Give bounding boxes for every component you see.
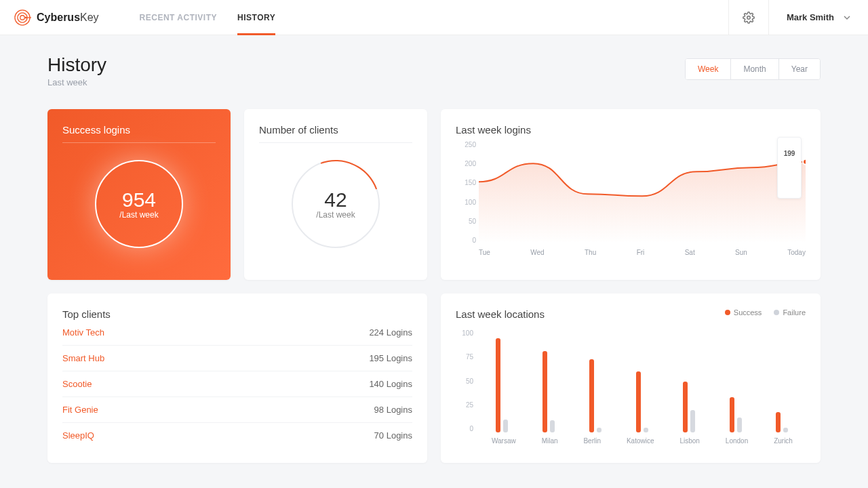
bar-group	[683, 382, 695, 432]
list-item[interactable]: Scootie140 Logins	[62, 371, 412, 397]
dot-icon	[774, 310, 779, 315]
bar-chart	[479, 329, 806, 432]
card-title: Success logins	[62, 124, 216, 143]
bar-failure	[597, 428, 601, 433]
chart-tooltip: 199	[777, 137, 802, 199]
top-clients-card: Top clients Motiv Tech224 LoginsSmart Hu…	[47, 293, 427, 463]
client-logins: 195 Logins	[369, 353, 412, 363]
range-month[interactable]: Month	[731, 59, 778, 79]
nav-history[interactable]: HISTORY	[237, 0, 275, 35]
chart-x-axis: TueWedThuFriSatSunToday	[479, 249, 806, 256]
chevron-down-icon	[844, 14, 850, 21]
page-title: History	[47, 54, 106, 76]
line-chart	[479, 141, 806, 243]
bar-success	[542, 351, 547, 432]
list-item[interactable]: Motiv Tech224 Logins	[62, 320, 412, 346]
bar-failure	[690, 410, 695, 432]
success-sub: /Last week	[119, 210, 158, 220]
bar-group	[636, 371, 648, 432]
logo[interactable]: CyberusKey	[0, 9, 113, 26]
client-name: Scootie	[62, 379, 92, 389]
clients-count-card: Number of clients 42 /Last week	[244, 109, 427, 280]
clients-sub: /Last week	[316, 210, 355, 220]
card-title: Last week logins	[456, 124, 806, 136]
brand-name: CyberusKey	[37, 12, 99, 24]
bar-success	[683, 382, 688, 432]
main-nav: RECENT ACTIVITY HISTORY	[140, 0, 276, 35]
bar-group	[776, 412, 788, 432]
bar-success	[496, 338, 500, 433]
bar-failure	[503, 420, 508, 433]
clients-list: Motiv Tech224 LoginsSmart Hub195 LoginsS…	[62, 320, 412, 448]
bar-success	[730, 397, 734, 433]
success-value: 954	[122, 188, 156, 211]
clients-value: 42	[324, 188, 347, 211]
range-year[interactable]: Year	[779, 59, 820, 79]
bar-success	[589, 359, 594, 432]
list-item[interactable]: SleepIQ70 Logins	[62, 423, 412, 448]
range-toggle: Week Month Year	[685, 58, 821, 80]
svg-point-2	[20, 15, 25, 20]
bar-group	[496, 338, 508, 433]
success-dial: 954 /Last week	[95, 160, 183, 248]
dot-icon	[725, 310, 730, 315]
client-name: SleepIQ	[62, 430, 94, 441]
client-logins: 98 Logins	[374, 405, 412, 415]
locations-chart-card: Last week locations Success Failure 1007…	[441, 293, 821, 463]
success-logins-card: Success logins 954 /Last week	[47, 109, 231, 280]
card-title: Number of clients	[259, 124, 412, 143]
list-item[interactable]: Smart Hub195 Logins	[62, 346, 412, 371]
bar-success	[776, 412, 781, 432]
client-logins: 140 Logins	[369, 379, 412, 389]
client-name: Fit Genie	[62, 405, 98, 415]
bar-failure	[737, 418, 742, 433]
bar-failure	[644, 428, 648, 433]
bar-success	[636, 371, 641, 432]
range-week[interactable]: Week	[686, 59, 731, 79]
legend-failure: Failure	[783, 308, 806, 317]
bar-y-axis: 1007550250	[456, 329, 473, 432]
client-name: Motiv Tech	[62, 327, 104, 338]
user-name: Mark Smith	[787, 12, 834, 22]
clients-dial: 42 /Last week	[292, 160, 380, 248]
bar-failure	[783, 428, 788, 433]
bar-failure	[550, 420, 555, 432]
logins-chart-card: Last week logins 250200150100500 199 Tue…	[441, 109, 821, 280]
logo-icon	[14, 9, 31, 26]
card-title: Top clients	[62, 308, 412, 320]
settings-button[interactable]	[728, 0, 769, 35]
svg-point-5	[747, 16, 751, 19]
svg-point-6	[803, 159, 806, 165]
user-menu[interactable]: Mark Smith	[769, 12, 868, 22]
legend-success: Success	[734, 308, 762, 317]
bar-group	[542, 351, 555, 432]
gear-icon	[743, 12, 755, 24]
page-subtitle: Last week	[47, 77, 106, 87]
header: CyberusKey RECENT ACTIVITY HISTORY Mark …	[0, 0, 868, 35]
bar-group	[589, 359, 601, 432]
client-logins: 224 Logins	[369, 327, 412, 338]
bar-group	[730, 397, 742, 433]
client-logins: 70 Logins	[374, 430, 412, 441]
client-name: Smart Hub	[62, 353, 104, 363]
chart-y-axis: 250200150100500	[456, 141, 476, 244]
chart-legend: Success Failure	[725, 308, 806, 317]
list-item[interactable]: Fit Genie98 Logins	[62, 397, 412, 423]
bar-x-axis: WarsawMilanBerlinKatowiceLisbonLondonZur…	[479, 437, 806, 445]
nav-recent-activity[interactable]: RECENT ACTIVITY	[140, 0, 217, 35]
